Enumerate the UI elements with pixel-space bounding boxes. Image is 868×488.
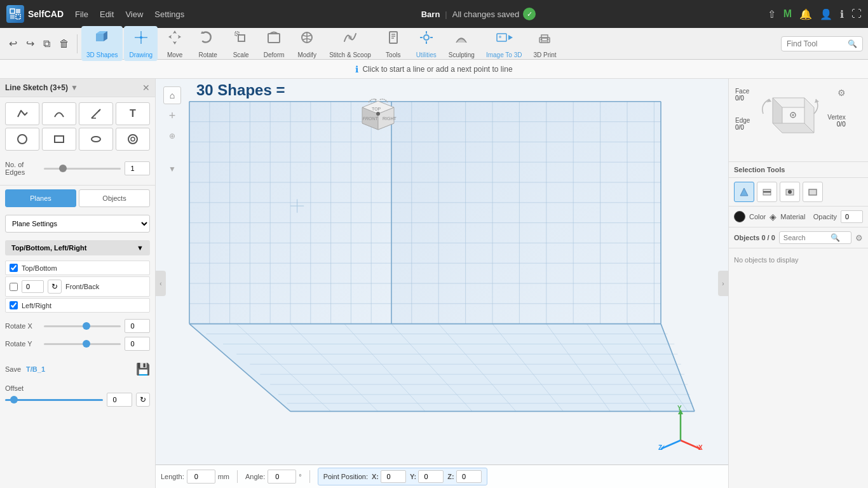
rotate-section: Rotate X Rotate Y — [0, 315, 155, 358]
svg-point-52 — [376, 112, 380, 116]
offset-slider-thumb[interactable] — [10, 396, 18, 403]
length-input[interactable] — [187, 470, 215, 484]
user-icon[interactable]: 👤 — [820, 8, 832, 20]
menu-edit[interactable]: Edit — [95, 7, 119, 22]
objects-settings-icon[interactable]: ⚙ — [855, 233, 863, 243]
menu-view[interactable]: View — [120, 7, 148, 22]
edges-input[interactable] — [125, 161, 150, 175]
z-value-input[interactable] — [456, 470, 482, 483]
tool-scale[interactable]: Scale — [225, 26, 257, 61]
offset-input[interactable] — [107, 393, 132, 407]
plane-settings-select[interactable]: Plane Settings — [5, 215, 150, 233]
rotate-y-input[interactable] — [125, 337, 150, 351]
panel-close-button[interactable]: ✕ — [142, 83, 150, 93]
tool-tools[interactable]: Tools — [377, 26, 409, 61]
tool-rotate[interactable]: Rotate — [192, 26, 224, 61]
svg-rect-41 — [55, 136, 64, 142]
color-swatch[interactable] — [734, 211, 745, 222]
sel-face-button[interactable] — [734, 182, 754, 202]
edge-value: 0/0 — [735, 124, 750, 131]
navigation-cube[interactable]: FRONT RIGHT TOP — [353, 88, 403, 139]
m-icon[interactable]: M — [783, 8, 792, 20]
draw-tool-circle[interactable] — [5, 128, 39, 151]
tool-modify[interactable]: Modify — [291, 26, 323, 61]
viewport[interactable]: 30 Shapes = FRONT RIGHT TOP — [156, 79, 728, 488]
tab-planes[interactable]: Planes — [5, 189, 76, 207]
draw-tool-text[interactable]: T — [116, 102, 150, 125]
tab-row: Planes Objects — [0, 186, 155, 211]
draw-tool-curve[interactable] — [42, 102, 76, 125]
3d-view-cube[interactable] — [754, 85, 824, 155]
share-icon[interactable]: ⇧ — [768, 8, 776, 20]
tool-modify-label: Modify — [297, 51, 316, 58]
x-value-input[interactable] — [381, 470, 406, 483]
rotate-y-slider — [44, 343, 121, 345]
tool-image-to-3d[interactable]: Image To 3D — [481, 26, 527, 61]
edges-label: No. of Edges — [5, 161, 40, 176]
tool-utilities[interactable]: Utilities — [410, 26, 442, 61]
bell-icon[interactable]: 🔔 — [799, 8, 812, 20]
y-value-input[interactable] — [418, 470, 444, 483]
tool-move[interactable]: Move — [159, 26, 191, 61]
point-position-label: Point Position: — [323, 473, 368, 480]
tool-3d-shapes[interactable]: 3D Shapes — [81, 26, 123, 61]
opacity-input[interactable] — [841, 210, 863, 223]
settings-gear-icon[interactable]: ⚙ — [837, 88, 846, 98]
rotate-x-thumb[interactable] — [83, 322, 90, 330]
plane-dropdown-label: Top/Bottom, Left/Right — [11, 244, 86, 252]
length-unit: mm — [218, 473, 229, 480]
menu-file[interactable]: File — [70, 7, 93, 22]
z-axis-label: Z: — [447, 473, 454, 480]
sel-edge-button[interactable] — [757, 182, 777, 202]
angle-input[interactable] — [268, 470, 296, 484]
svg-rect-2 — [10, 15, 15, 19]
draw-tool-arc[interactable] — [116, 128, 150, 151]
svg-rect-34 — [541, 41, 548, 43]
front-back-value-input[interactable] — [22, 280, 44, 293]
draw-tool-rectangle[interactable] — [42, 128, 76, 151]
tab-objects[interactable]: Objects — [79, 189, 150, 207]
collapse-right-button[interactable]: › — [718, 271, 728, 296]
plane-dropdown[interactable]: Top/Bottom, Left/Right ▼ — [5, 240, 150, 255]
redo-button[interactable]: ↪ — [22, 35, 38, 52]
offset-action-btn[interactable]: ↻ — [136, 393, 150, 407]
find-tool-input[interactable] — [787, 39, 844, 48]
tool-drawing[interactable]: Drawing — [124, 26, 158, 61]
material-icon[interactable]: ◈ — [770, 212, 776, 222]
collapse-left-button[interactable]: ‹ — [156, 271, 166, 296]
nav-home-button[interactable]: ⌂ — [163, 86, 181, 104]
delete-button[interactable]: 🗑 — [55, 36, 73, 52]
draw-tool-angle-line[interactable] — [79, 102, 113, 125]
checkbox-front-back: ↻ Front/Back — [5, 276, 150, 297]
sel-object-button[interactable] — [803, 182, 823, 202]
checkbox-left-right-input[interactable] — [10, 301, 18, 309]
tool-stitch-scoop[interactable]: Stitch & Scoop — [324, 26, 376, 61]
svg-rect-4 — [96, 34, 104, 41]
checkbox-top-bottom-input[interactable] — [10, 264, 18, 272]
angle-group: Angle: ° — [245, 470, 302, 484]
info-icon[interactable]: ℹ — [840, 8, 844, 20]
edges-row: No. of Edges — [5, 161, 150, 176]
copy-button[interactable]: ⧉ — [39, 36, 54, 52]
svg-rect-13 — [238, 35, 245, 41]
rotate-y-thumb[interactable] — [83, 340, 90, 348]
object-search-input[interactable] — [783, 234, 828, 241]
tool-deform[interactable]: Deform — [258, 26, 290, 61]
menu-settings[interactable]: Settings — [149, 7, 189, 22]
logo-icon — [6, 5, 24, 23]
checkbox-left-right: Left/Right — [5, 298, 150, 313]
tool-3d-print[interactable]: 3D Print — [528, 26, 561, 61]
draw-tool-ellipse[interactable] — [79, 128, 113, 151]
fullscreen-icon[interactable]: ⛶ — [851, 8, 862, 20]
save-disk-icon[interactable]: 💾 — [136, 362, 150, 376]
material-label: Material — [780, 213, 805, 220]
rotate-x-input[interactable] — [125, 319, 150, 333]
sel-vertex-button[interactable] — [780, 182, 800, 202]
checkbox-front-back-input[interactable] — [10, 283, 18, 291]
tool-image-to-3d-label: Image To 3D — [486, 51, 522, 58]
undo-button[interactable]: ↩ — [5, 35, 21, 52]
draw-tool-polyline[interactable] — [5, 102, 39, 125]
front-back-action-btn[interactable]: ↻ — [48, 280, 62, 294]
edges-slider-thumb[interactable] — [59, 165, 67, 172]
tool-sculpting[interactable]: Sculpting — [444, 26, 480, 61]
